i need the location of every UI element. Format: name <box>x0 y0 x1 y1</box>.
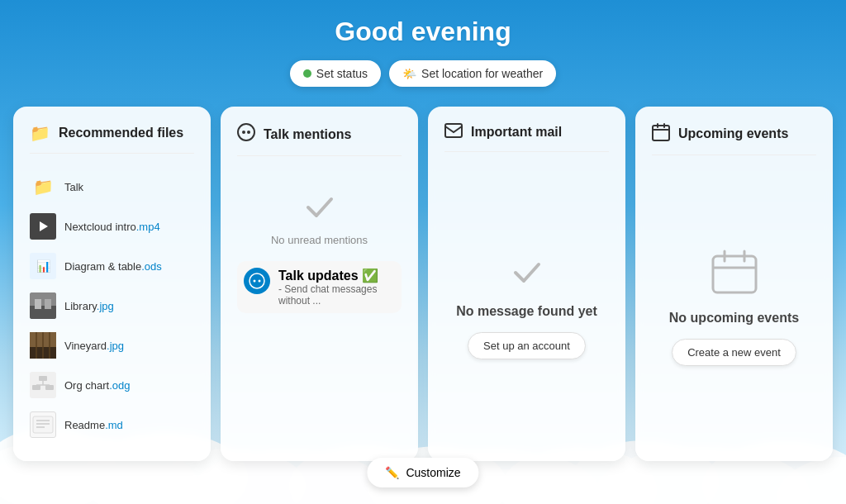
mail-icon <box>444 123 463 141</box>
file-item-org-chart[interactable]: Org chart.odg <box>30 365 194 405</box>
customize-label: Customize <box>406 466 460 479</box>
file-item-spreadsheet[interactable]: 📊 Diagram & table.ods <box>30 246 194 286</box>
svg-point-34 <box>247 131 250 134</box>
talk-mentions-title: Talk mentions <box>264 127 351 142</box>
talk-update-item[interactable]: Talk updates ✅ - Send chat messages with… <box>237 261 402 313</box>
cards-row: 📁 Recommended files 📁 Talk Nextcloud int… <box>13 107 833 461</box>
file-item-video[interactable]: Nextcloud intro.mp4 <box>30 207 194 246</box>
talk-mentions-header: Talk mentions <box>237 123 402 156</box>
customize-button[interactable]: ✏️ Customize <box>367 458 478 487</box>
file-item-readme[interactable]: Readme.md <box>30 405 194 445</box>
important-mail-card: Important mail No message found yet Set … <box>428 107 625 461</box>
folder-icon: 📁 <box>30 123 50 143</box>
svg-rect-28 <box>33 416 53 433</box>
setup-account-button[interactable]: Set up an account <box>468 332 586 359</box>
events-empty-state: No upcoming events Create a new event <box>652 169 816 445</box>
file-name-org-chart: Org chart.odg <box>64 379 131 392</box>
file-name-spreadsheet: Diagram & table.ods <box>64 260 162 273</box>
upcoming-events-title: Upcoming events <box>678 126 788 141</box>
no-mentions-label: No unread mentions <box>271 234 368 246</box>
folder-blue-icon: 📁 <box>30 174 56 200</box>
svg-point-32 <box>238 124 254 140</box>
action-buttons: Set status 🌤️ Set location for weather <box>290 60 556 87</box>
file-item-talk[interactable]: 📁 Talk <box>30 167 194 207</box>
weather-sun-icon: 🌤️ <box>402 67 416 80</box>
no-mail-label: No message found yet <box>456 304 597 319</box>
status-dot-icon <box>303 69 311 78</box>
vineyard-thumb <box>30 332 56 359</box>
svg-rect-16 <box>35 299 41 309</box>
set-location-label: Set location for weather <box>421 67 543 80</box>
pencil-icon: ✏️ <box>385 466 399 479</box>
upcoming-events-card: Upcoming events No upcoming events Creat… <box>635 107 833 461</box>
talk-update-text: Talk updates ✅ - Send chat messages with… <box>278 268 395 307</box>
calendar-icon <box>652 123 670 145</box>
svg-point-37 <box>259 280 261 283</box>
svg-point-35 <box>250 273 264 288</box>
svg-rect-15 <box>30 306 56 319</box>
talk-update-sub: - Send chat messages without ... <box>278 283 395 307</box>
mail-empty-state: No message found yet Set up an account <box>444 165 609 445</box>
svg-rect-27 <box>45 385 54 390</box>
calendar-large-icon <box>710 248 759 297</box>
talk-no-mentions: No unread mentions <box>237 169 402 254</box>
readme-thumb <box>30 411 56 438</box>
set-status-button[interactable]: Set status <box>290 60 381 87</box>
set-location-weather-button[interactable]: 🌤️ Set location for weather <box>389 60 556 87</box>
library-thumb <box>30 292 56 319</box>
file-item-vineyard[interactable]: Vineyard.jpg <box>30 326 194 365</box>
page-greeting: Good evening <box>335 17 511 47</box>
svg-rect-17 <box>45 299 51 309</box>
svg-rect-38 <box>445 124 462 137</box>
svg-rect-26 <box>32 385 40 390</box>
recommended-files-title: Recommended files <box>59 126 183 140</box>
mail-check-icon <box>507 251 547 291</box>
file-name-video: Nextcloud intro.mp4 <box>64 221 160 233</box>
important-mail-header: Important mail <box>444 123 609 152</box>
svg-rect-43 <box>713 256 756 292</box>
svg-rect-23 <box>39 376 47 381</box>
file-item-library[interactable]: Library.jpg <box>30 286 194 326</box>
check-large-icon <box>300 186 340 226</box>
file-name-readme: Readme.md <box>64 419 123 431</box>
org-chart-thumb <box>30 372 56 398</box>
spreadsheet-thumb: 📊 <box>30 253 56 279</box>
play-triangle-icon <box>40 221 48 231</box>
talk-update-title: Talk updates ✅ <box>278 268 395 283</box>
upcoming-events-header: Upcoming events <box>652 123 816 155</box>
file-name-vineyard: Vineyard.jpg <box>64 340 124 352</box>
svg-point-36 <box>254 280 256 283</box>
recommended-files-header: 📁 Recommended files <box>30 123 194 154</box>
no-events-label: No upcoming events <box>669 311 799 326</box>
file-name-library: Library.jpg <box>64 300 114 312</box>
talk-mentions-card: Talk mentions No unread mentions Ta <box>221 107 418 461</box>
create-event-button[interactable]: Create a new event <box>672 339 796 366</box>
video-thumb-icon <box>30 213 56 240</box>
file-name-talk: Talk <box>64 181 83 193</box>
svg-point-33 <box>242 131 245 134</box>
recommended-files-card: 📁 Recommended files 📁 Talk Nextcloud int… <box>13 107 211 461</box>
talk-avatar <box>244 268 270 294</box>
talk-icon <box>237 123 255 145</box>
important-mail-title: Important mail <box>471 125 562 140</box>
set-status-label: Set status <box>316 67 368 80</box>
svg-rect-39 <box>653 126 669 140</box>
